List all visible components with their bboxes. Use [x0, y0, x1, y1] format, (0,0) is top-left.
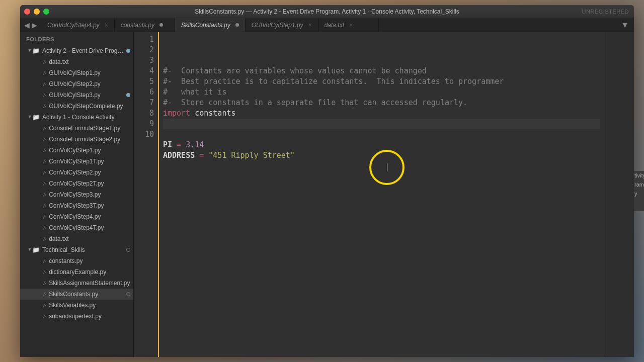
file-label: ConVolCylStep3T.py — [49, 202, 130, 209]
file-label: GUIVolCylStep2.py — [49, 80, 130, 87]
folder-icon: 📁 — [32, 246, 40, 253]
close-tab-icon[interactable]: × — [308, 22, 312, 29]
file-tree: ▼📁Activity 2 - Event Drive Program/·data… — [20, 45, 133, 322]
file-label: SkillsConstants.py — [49, 291, 124, 298]
file-constants-py[interactable]: /·constants.py — [20, 255, 133, 266]
file-data-txt[interactable]: /·data.txt — [20, 56, 133, 67]
file-subandsupertext-py[interactable]: /·subandsupertext.py — [20, 311, 133, 322]
nav-back-icon[interactable]: ◀ — [24, 21, 30, 29]
file-icon: /· — [43, 59, 46, 65]
file-label: SkillsVariables.py — [49, 302, 130, 309]
tab-data-txt[interactable]: data.txt× — [318, 18, 379, 32]
file-icon: /· — [43, 158, 46, 164]
sidebar-header: FOLDERS — [20, 32, 133, 45]
file-convolcylstep2-py[interactable]: /·ConVolCylStep2.py — [20, 167, 133, 178]
tab-label: data.txt — [325, 22, 344, 29]
code-line[interactable]: #- Store constnats in a separate file th… — [163, 98, 600, 108]
disclosure-icon: ▼ — [27, 247, 32, 252]
code-editor[interactable]: #- Constants are vairables whose values … — [159, 32, 604, 357]
line-number: 3 — [137, 55, 154, 66]
close-tab-icon[interactable]: × — [105, 22, 108, 29]
file-label: ConVolCylStep4.py — [49, 213, 130, 220]
tab-skillsconstants-py[interactable]: SkillsConstants.py — [175, 18, 246, 32]
tab-nav: ◀ ▶ — [20, 18, 41, 32]
window-controls — [24, 9, 49, 15]
code-line[interactable]: import constants — [163, 108, 600, 119]
line-number: 10 — [137, 129, 154, 140]
close-window-button[interactable] — [24, 9, 30, 15]
file-consoleformulastage1-py[interactable]: /·ConsoleFormulaStage1.py — [20, 123, 133, 134]
file-guivolcylstep2-py[interactable]: /·GUIVolCylStep2.py — [20, 78, 133, 89]
titlebar[interactable]: SkillsConstants.py — Activity 2 - Event … — [20, 5, 634, 18]
minimap[interactable] — [604, 32, 634, 357]
file-guivolcylstepcomplete-py[interactable]: /·GUIVolCylStepComplete.py — [20, 101, 133, 112]
line-number: 9 — [137, 119, 154, 129]
file-convolcylstep3-py[interactable]: /·ConVolCylStep3.py — [20, 189, 133, 200]
line-number: 2 — [137, 45, 154, 55]
file-convolcylstep4-py[interactable]: /·ConVolCylStep4.py — [20, 211, 133, 222]
tab-constants-py[interactable]: constants.py — [115, 18, 175, 32]
folder-technical_skills[interactable]: ▼📁Technical_Skills — [20, 244, 133, 255]
file-icon: /· — [43, 92, 46, 98]
file-label: ConVolCylStep2T.py — [49, 180, 130, 187]
code-line[interactable] — [163, 129, 600, 140]
file-skillsconstants-py[interactable]: /·SkillsConstants.py — [20, 289, 133, 300]
code-line[interactable] — [163, 161, 600, 171]
file-icon: /· — [43, 103, 46, 109]
code-line[interactable]: #- Constants are vairables whose values … — [163, 66, 600, 76]
close-tab-icon[interactable]: × — [349, 22, 353, 29]
file-convolcylstep3t-py[interactable]: /·ConVolCylStep3T.py — [20, 200, 133, 211]
file-convolcylstep2t-py[interactable]: /·ConVolCylStep2T.py — [20, 178, 133, 189]
code-line[interactable]: #- Best practice is to capitalize consta… — [163, 76, 600, 87]
file-convolcylstep4t-py[interactable]: /·ConVolCylStep4T.py — [20, 222, 133, 233]
tab-label: constants.py — [121, 22, 154, 29]
folder-label: Activity 1 - Console Activity — [42, 114, 130, 121]
file-label: dictionaryExample.py — [49, 268, 130, 276]
disclosure-icon: ▼ — [27, 114, 32, 119]
file-data-txt[interactable]: /·data.txt — [20, 233, 133, 244]
file-icon: /· — [43, 258, 46, 264]
file-skillsvariables-py[interactable]: /·SkillsVariables.py — [20, 300, 133, 311]
code-line[interactable] — [163, 119, 600, 129]
line-number: 7 — [137, 98, 154, 108]
dirty-indicator-icon — [126, 93, 130, 97]
file-guivolcylstep1-py[interactable]: /·GUIVolCylStep1.py — [20, 67, 133, 78]
code-line[interactable]: # what it is — [163, 87, 600, 98]
line-number: 8 — [137, 108, 154, 119]
file-skillsassignmentstatement-py[interactable]: /·SkillsAssignmentStatement.py — [20, 278, 133, 289]
file-label: ConVolCylStep1.py — [49, 147, 130, 154]
file-label: GUIVolCylStep3.py — [49, 92, 124, 99]
file-label: ConVolCylStep1T.py — [49, 158, 130, 165]
tab-guivolcylstep1-py[interactable]: GUIVolCylStep1.py× — [246, 18, 318, 32]
minimize-window-button[interactable] — [34, 9, 40, 15]
code-line[interactable]: PI = 3.14 — [163, 140, 600, 150]
file-label: ConVolCylStep4T.py — [49, 224, 130, 231]
file-convolcylstep1-py[interactable]: /·ConVolCylStep1.py — [20, 145, 133, 156]
line-gutter: 12345678910 — [134, 32, 159, 357]
unregistered-badge: UNREGISTERED — [582, 9, 629, 15]
folder-activity-1-console-activity[interactable]: ▼📁Activity 1 - Console Activity — [20, 112, 133, 123]
file-icon: /· — [43, 180, 46, 187]
file-label: GUIVolCylStepComplete.py — [49, 103, 130, 110]
tab-convolcylstep4-py[interactable]: ConVolCylStep4.py× — [41, 18, 115, 32]
file-icon: /· — [43, 280, 46, 286]
file-label: SkillsAssignmentStatement.py — [49, 280, 130, 287]
folder-label: Technical_Skills — [42, 246, 124, 253]
file-icon: /· — [43, 169, 46, 175]
file-guivolcylstep3-py[interactable]: /·GUIVolCylStep3.py — [20, 89, 133, 101]
file-dictionaryexample-py[interactable]: /·dictionaryExample.py — [20, 266, 133, 278]
tab-overflow-button[interactable]: ▼ — [616, 18, 634, 32]
editor-window: SkillsConstants.py — Activity 2 - Event … — [20, 5, 634, 357]
file-consoleformulastage2-py[interactable]: /·ConsoleFormulaStage2.py — [20, 134, 133, 145]
file-icon: /· — [43, 291, 46, 297]
sidebar[interactable]: FOLDERS ▼📁Activity 2 - Event Drive Progr… — [20, 32, 134, 357]
folder-activity-2-event-drive-program[interactable]: ▼📁Activity 2 - Event Drive Program — [20, 45, 133, 56]
folder-icon: 📁 — [32, 114, 40, 121]
folder-label: Activity 2 - Event Drive Program — [42, 47, 124, 54]
nav-forward-icon[interactable]: ▶ — [32, 21, 37, 29]
file-icon: /· — [43, 81, 46, 87]
file-icon: /· — [43, 214, 46, 220]
file-convolcylstep1t-py[interactable]: /·ConVolCylStep1T.py — [20, 156, 133, 167]
zoom-window-button[interactable] — [43, 9, 49, 15]
code-line[interactable]: ADDRESS = "451 Ripply Street" — [163, 150, 600, 161]
